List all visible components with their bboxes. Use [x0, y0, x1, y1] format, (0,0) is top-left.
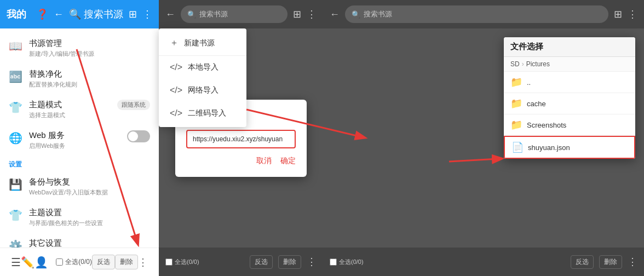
list-icon[interactable]: ☰	[11, 256, 21, 269]
more-icon-left[interactable]: ⋮	[142, 8, 152, 20]
menu-item-backup[interactable]: 💾 备份与恢复 WebDav设置/导入旧版本数据	[0, 171, 159, 202]
dropdown-local-import[interactable]: </> 本地导入	[159, 56, 246, 79]
select-all-checkbox[interactable]: 全选(0/0)	[56, 257, 92, 267]
file-icon-shuyuan: 📄	[511, 141, 524, 153]
dropdown-network-import[interactable]: </> 网络导入	[159, 79, 246, 102]
web-toggle[interactable]	[127, 130, 150, 142]
search-icon-left[interactable]: 🔍 搜索书源	[69, 8, 123, 21]
theme-settings-icon: 👕	[9, 209, 22, 222]
replace-icon: 🔤	[9, 70, 22, 83]
file-row-shuyuan[interactable]: 📄 shuyuan.json	[504, 136, 635, 159]
back-icon-middle[interactable]: ←	[165, 9, 175, 20]
left-panel: 我的 ❓ ← 🔍 搜索书源 ⊞ ⋮ 📖 书源管理 新建/导入/编辑/管理书源 🔤…	[0, 0, 159, 276]
booksource-icon: 📖	[9, 39, 22, 53]
back-icon-right[interactable]: ←	[330, 9, 340, 20]
file-row-screenshots[interactable]: 📁 Screenshots	[504, 114, 635, 136]
menu-item-web[interactable]: 🌐 Web 服务 启用Web服务	[0, 125, 159, 156]
right-invert-btn[interactable]: 反选	[571, 255, 594, 269]
menu-item-replace[interactable]: 🔤 替换净化 配置替换净化规则	[0, 64, 159, 94]
theme-settings-subtitle: 与界面/颜色相关的一些设置	[29, 219, 103, 227]
settings-section-label: 设置	[0, 156, 159, 171]
middle-delete-btn[interactable]: 删除	[278, 255, 301, 269]
code-icon-2: </>	[170, 85, 182, 95]
right-select-all[interactable]: 全选(0/0)	[330, 258, 364, 266]
invert-select-btn[interactable]: 反选	[92, 255, 115, 269]
backup-icon: 💾	[9, 178, 22, 191]
file-name-screenshots: Screenshots	[527, 121, 566, 129]
right-more-dots[interactable]: ⋮	[628, 256, 637, 268]
breadcrumb-pictures[interactable]: Pictures	[526, 60, 550, 68]
follow-system-badge: 跟随系统	[117, 100, 150, 110]
menu-item-other[interactable]: ⚙️ 其它设置 与功能相关的一些设置	[0, 233, 159, 248]
theme-subtitle: 选择主题模式	[29, 111, 65, 119]
search-icon-middle: 🔍	[187, 10, 196, 19]
breadcrumb-sd[interactable]: SD	[510, 60, 520, 68]
backup-subtitle: WebDav设置/导入旧版本数据	[29, 188, 108, 197]
theme-title: 主题模式	[29, 100, 65, 110]
file-dialog-title: 文件选择	[510, 42, 629, 52]
file-name-shuyuan: shuyuan.json	[528, 143, 570, 152]
search-bar-middle[interactable]: 🔍 搜索书源	[181, 5, 288, 23]
replace-subtitle: 配置替换净化规则	[29, 81, 77, 89]
grid-icon-right[interactable]: ⊞	[614, 8, 622, 20]
right-content: 文件选择 SD › Pictures 📁 .. 📁 cache	[323, 28, 644, 248]
code-icon-3: </>	[170, 108, 182, 118]
right-header: ← 🔍 搜索书源 ⊞ ⋮	[323, 0, 644, 28]
right-delete-btn[interactable]: 删除	[599, 255, 622, 269]
search-icon-right: 🔍	[352, 10, 360, 19]
middle-invert-btn[interactable]: 反选	[250, 255, 273, 269]
menu-item-theme-settings[interactable]: 👕 主题设置 与界面/颜色相关的一些设置	[0, 202, 159, 233]
replace-title: 替换净化	[29, 69, 77, 79]
file-row-parent[interactable]: 📁 ..	[504, 72, 635, 93]
file-row-cache[interactable]: 📁 cache	[504, 93, 635, 114]
more-icon-middle[interactable]: ⋮	[307, 8, 317, 20]
folder-icon-screenshots: 📁	[510, 119, 522, 131]
toggle-thumb	[128, 131, 138, 141]
cancel-btn[interactable]: 取消	[256, 156, 272, 166]
right-panel: ← 🔍 搜索书源 ⊞ ⋮ 文件选择 SD › Pictures	[323, 0, 644, 276]
left-menu-list: 📖 书源管理 新建/导入/编辑/管理书源 🔤 替换净化 配置替换净化规则 👕 主…	[0, 28, 159, 248]
file-name-parent: ..	[527, 78, 531, 87]
web-subtitle: 启用Web服务	[29, 142, 65, 150]
left-header: 我的 ❓ ← 🔍 搜索书源 ⊞ ⋮	[0, 0, 159, 28]
web-title: Web 服务	[29, 130, 65, 141]
web-icon: 🌐	[9, 131, 22, 145]
grid-icon-middle[interactable]: ⊞	[293, 8, 301, 20]
search-bar-right[interactable]: 🔍 搜索书源	[345, 5, 608, 23]
other-title: 其它设置	[29, 238, 89, 248]
dropdown-qr-import[interactable]: </> 二维码导入	[159, 102, 246, 125]
file-list: 📁 .. 📁 cache 📁 Screenshots 📄 shuyuan.jso…	[504, 72, 635, 159]
folder-icon-cache: 📁	[510, 97, 522, 110]
booksource-title: 书源管理	[29, 38, 94, 49]
left-title: 我的	[7, 8, 31, 21]
edit-icon[interactable]: ✏️	[21, 256, 34, 269]
folder-icon-parent: 📁	[510, 76, 522, 88]
profile-icon[interactable]: 👤	[34, 256, 48, 269]
dropdown-new-source[interactable]: ＋ 新建书源	[159, 31, 246, 55]
middle-select-all[interactable]: 全选(0/0)	[165, 258, 199, 266]
theme-settings-title: 主题设置	[29, 208, 103, 218]
middle-bottom-bar: 全选(0/0) 反选 删除 ⋮	[159, 248, 323, 276]
grid-icon-left[interactable]: ⊞	[129, 8, 137, 20]
breadcrumb-bar: SD › Pictures	[504, 57, 635, 72]
file-dialog-header: 文件选择	[504, 37, 635, 57]
middle-header: ← 🔍 搜索书源 ⊞ ⋮	[159, 0, 323, 28]
confirm-btn[interactable]: 确定	[280, 156, 296, 166]
more-dots[interactable]: ⋮	[138, 256, 148, 268]
help-icon[interactable]: ❓	[36, 8, 48, 20]
delete-btn[interactable]: 删除	[115, 255, 138, 269]
network-dialog-input[interactable]: https://yuedu.xiu2.xyz/shuyuan	[186, 130, 296, 148]
code-icon-1: </>	[170, 62, 182, 72]
middle-more-dots[interactable]: ⋮	[307, 256, 317, 268]
right-bottom-bar: 全选(0/0) 反选 删除 ⋮	[323, 248, 644, 276]
back-icon[interactable]: ←	[54, 9, 64, 20]
theme-icon: 👕	[9, 101, 22, 114]
backup-title: 备份与恢复	[29, 177, 108, 187]
menu-item-theme[interactable]: 👕 主题模式 选择主题模式 跟随系统	[0, 94, 159, 125]
file-dialog: 文件选择 SD › Pictures 📁 .. 📁 cache	[504, 37, 635, 159]
more-icon-right[interactable]: ⋮	[628, 8, 637, 20]
booksource-subtitle: 新建/导入/编辑/管理书源	[29, 50, 94, 58]
menu-item-booksource[interactable]: 📖 书源管理 新建/导入/编辑/管理书源	[0, 33, 159, 64]
left-bottom-bar: ☰ ✏️ 👤 全选(0/0) 反选 删除 ⋮	[0, 248, 159, 276]
plus-icon: ＋	[170, 37, 179, 49]
